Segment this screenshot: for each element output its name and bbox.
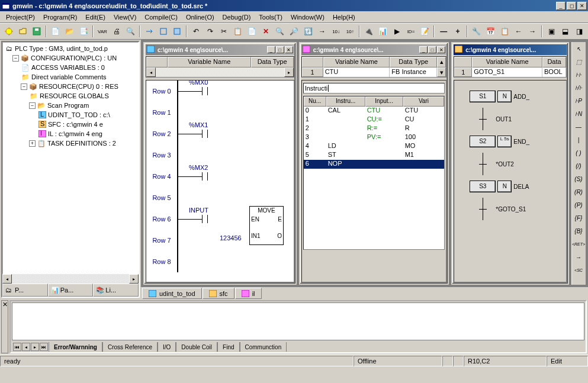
close-button[interactable]: ✕ xyxy=(577,2,587,10)
grid-rowhead[interactable] xyxy=(146,57,168,67)
run-icon[interactable]: ▶ xyxy=(390,25,403,38)
var-icon[interactable]: VAR xyxy=(96,25,109,38)
close-button[interactable]: ✕ xyxy=(285,46,293,53)
print-icon[interactable]: 🖨 xyxy=(110,25,123,38)
collapse-icon[interactable]: − xyxy=(29,102,36,109)
tab-prev-icon[interactable]: ◂ xyxy=(22,343,30,351)
replace-icon[interactable]: 🔃 xyxy=(301,25,314,38)
connect-icon[interactable]: 🔌 xyxy=(362,25,375,38)
min-button[interactable]: _ xyxy=(419,46,428,53)
minus-icon[interactable]: — xyxy=(437,25,450,38)
menu-project[interactable]: Project(P) xyxy=(2,12,38,22)
col-instr[interactable]: Instru... xyxy=(326,96,365,107)
tool-icon[interactable]: 10↑ xyxy=(343,25,356,38)
output-tab-io[interactable]: I/O xyxy=(158,342,176,352)
grid-rowhead[interactable] xyxy=(302,57,323,67)
max-button[interactable]: □ xyxy=(428,46,436,53)
ladder-window[interactable]: c:\gmwin 4 eng\source\... _□✕ Variable N… xyxy=(143,42,297,285)
scroll-right-icon[interactable]: ▸ xyxy=(129,274,139,284)
tab-il[interactable]: il xyxy=(235,288,262,299)
redo-icon[interactable]: ↷ xyxy=(204,25,217,38)
menu-edit[interactable]: Edit(E) xyxy=(82,12,109,22)
new-icon[interactable] xyxy=(2,25,15,38)
sfc-window[interactable]: c:\gmwin 4 eng\source\... Variable Name … xyxy=(451,42,569,285)
menu-online[interactable]: Online(O) xyxy=(182,12,218,22)
sidebar-tab-param[interactable]: 📊Pa... xyxy=(48,284,94,297)
save-icon[interactable] xyxy=(30,25,43,38)
col-varname[interactable]: Variable Name xyxy=(168,57,251,67)
col-num[interactable]: Nu... xyxy=(304,96,326,107)
paste-icon[interactable]: 📄 xyxy=(246,25,259,38)
output-tab-xref[interactable]: Cross Reference xyxy=(102,342,158,352)
tool-icon[interactable]: 🔧 xyxy=(470,25,483,38)
findnext-icon[interactable]: 🔎 xyxy=(288,25,301,38)
tool-icon[interactable]: 📅 xyxy=(484,25,497,38)
find-icon[interactable]: 🔍 xyxy=(274,25,287,38)
tab-sfc[interactable]: sfc xyxy=(203,288,234,299)
contact-no-icon[interactable]: ⊦⊦ xyxy=(572,68,585,81)
il-listing[interactable]: 0CALCTUCTU 1CU:=CU 2R:=R 3PV:=100 4LDMO … xyxy=(304,107,445,169)
tool-icon[interactable]: 10↓ xyxy=(330,25,343,38)
select-tool-icon[interactable]: ⬚ xyxy=(572,55,585,68)
coil-icon[interactable]: ( ) xyxy=(572,146,585,159)
max-button[interactable]: □ xyxy=(276,46,284,53)
menu-program[interactable]: Program(R) xyxy=(40,12,81,22)
instruction-input[interactable]: Instructi xyxy=(303,83,445,94)
project-tree[interactable]: 🗂PLC Type : GM3, udint_to_tod.p −📦CONFIG… xyxy=(3,43,138,149)
rebuild-icon[interactable] xyxy=(171,25,184,38)
contact-nc-icon[interactable]: ⊦/⊦ xyxy=(572,81,585,94)
build-icon[interactable] xyxy=(157,25,170,38)
col-input[interactable]: Input... xyxy=(365,96,403,107)
collapse-icon[interactable]: − xyxy=(12,55,19,62)
sc-icon[interactable]: <SC xyxy=(572,263,585,276)
fb-icon[interactable]: {B} xyxy=(572,224,585,237)
menu-debug[interactable]: Debug(D) xyxy=(219,12,255,22)
monitor-icon[interactable]: 📊 xyxy=(377,25,390,38)
il-window[interactable]: c:\gmwin 4 eng\source\... _□✕ Variable N… xyxy=(299,42,449,285)
expand-icon[interactable]: + xyxy=(29,140,36,147)
col-varname[interactable]: Variable Name xyxy=(323,57,390,67)
scroll-left-icon[interactable]: ◂ xyxy=(146,67,156,77)
tile-h-icon[interactable]: ⬓ xyxy=(559,25,572,38)
tab-ladder[interactable]: udint_to_tod xyxy=(142,288,202,299)
ret-icon[interactable]: <RET> xyxy=(572,237,585,250)
goto-icon[interactable]: → xyxy=(316,25,329,38)
scroll-up-icon[interactable]: ▴ xyxy=(437,57,446,67)
coil-p-icon[interactable]: (P) xyxy=(572,198,585,211)
cut-icon[interactable]: ✂ xyxy=(217,25,230,38)
tab-next-icon[interactable]: ▸ xyxy=(31,343,39,351)
fwd-icon[interactable]: → xyxy=(526,25,539,38)
coil-n-icon[interactable]: (/) xyxy=(572,159,585,172)
tool-icon[interactable]: 📋 xyxy=(498,25,511,38)
output-tab-doublecoil[interactable]: Double Coil xyxy=(176,342,217,352)
scroll-down-icon[interactable]: ▾ xyxy=(437,67,446,77)
preview-icon[interactable]: 🔍 xyxy=(124,25,137,38)
output-text[interactable] xyxy=(12,302,584,340)
scroll-left-icon[interactable]: ◂ xyxy=(2,274,12,284)
scroll-right-icon[interactable]: ▸ xyxy=(284,67,294,77)
fn-icon[interactable]: {F} xyxy=(572,211,585,224)
tile-v-icon[interactable]: ◨ xyxy=(573,25,586,38)
undo-icon[interactable]: ↶ xyxy=(189,25,203,38)
open-icon[interactable] xyxy=(17,25,30,38)
sidebar-tab-project[interactable]: 🗂P... xyxy=(2,284,48,297)
plus-icon[interactable]: + xyxy=(451,25,464,38)
sfc-diagram[interactable]: S1NADD_ OUT1 S2L 5sEND_ *OUT2 S3NDELA *G… xyxy=(454,81,566,225)
output-tab-comm[interactable]: Communction xyxy=(240,342,287,352)
contact-n-icon[interactable]: ⊦N xyxy=(572,107,585,120)
col-datatype[interactable]: Data Type xyxy=(390,57,437,67)
copy-icon[interactable]: 📋 xyxy=(232,25,245,38)
menu-window[interactable]: Window(W) xyxy=(287,12,328,22)
coil-r-icon[interactable]: (R) xyxy=(572,185,585,198)
menu-help[interactable]: Help(H) xyxy=(329,12,359,22)
grid-rowhead[interactable] xyxy=(454,57,472,67)
contact-p-icon[interactable]: ⊦P xyxy=(572,94,585,107)
id-icon[interactable]: ID= xyxy=(404,25,417,38)
tab-last-icon[interactable]: ⏭ xyxy=(40,343,48,351)
close-button[interactable]: ✕ xyxy=(437,46,445,53)
h-scrollbar[interactable]: ◂ ▸ xyxy=(2,274,139,284)
coil-s-icon[interactable]: (S) xyxy=(572,172,585,185)
tab-first-icon[interactable]: ⏮ xyxy=(13,343,21,351)
col-var[interactable]: Vari xyxy=(403,96,445,107)
output-close-button[interactable]: ✕ xyxy=(1,300,8,353)
